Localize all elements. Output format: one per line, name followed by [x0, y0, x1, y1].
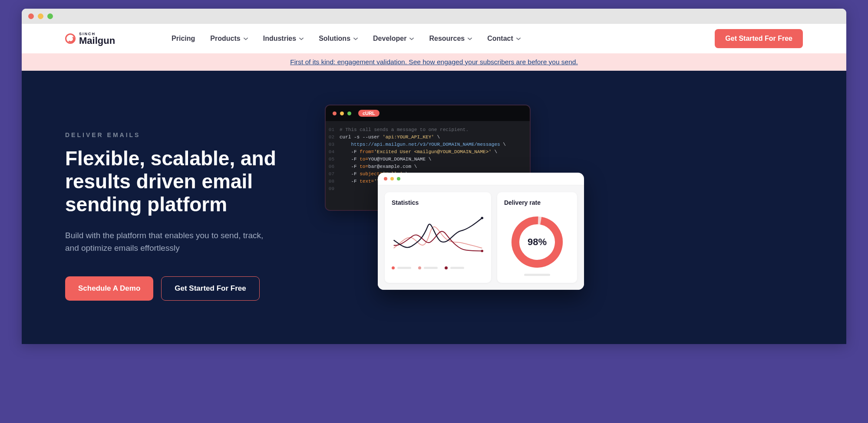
legend-dot-icon [445, 266, 448, 269]
hero-subtext: Build with the platform that enables you… [65, 229, 274, 255]
nav-cta-button[interactable]: Get Started For Free [715, 29, 803, 48]
code-text: -F to=bar@example.com \ [340, 163, 417, 171]
code-line: 05 -F to=YOU@YOUR_DOMAIN_NAME \ [326, 156, 530, 163]
code-line: 02curl -s --user 'api:YOUR_API_KEY' \ [326, 134, 530, 141]
nav-item-pricing[interactable]: Pricing [172, 35, 195, 43]
nav-item-label: Pricing [172, 35, 195, 43]
hero-graphic: cURL 01# This call sends a message to on… [326, 131, 803, 301]
code-text: https://api.mailgun.net/v3/YOUR_DOMAIN_N… [340, 141, 506, 148]
line-number: 05 [326, 156, 340, 163]
legend-bar [397, 267, 411, 269]
line-number: 03 [326, 141, 340, 148]
card-title: Delivery rate [504, 199, 541, 206]
nav-item-label: Contact [487, 35, 513, 43]
code-text: -F from='Excited User <mailgun@YOUR_DOMA… [340, 148, 497, 156]
nav-item-label: Industries [263, 35, 296, 43]
nav-item-label: Resources [429, 35, 465, 43]
stats-window: Statistics D [378, 173, 584, 290]
minimize-icon[interactable] [38, 13, 43, 19]
get-started-button[interactable]: Get Started For Free [161, 276, 259, 301]
nav-item-developer[interactable]: Developer [373, 35, 414, 43]
nav-item-solutions[interactable]: Solutions [319, 35, 358, 43]
donut-chart: 98% [509, 214, 565, 270]
card-title: Statistics [392, 199, 484, 206]
chevron-down-icon [299, 36, 304, 41]
code-text: curl -s --user 'api:YOUR_API_KEY' \ [340, 134, 440, 141]
chevron-down-icon [244, 36, 248, 41]
delivery-rate-card: Delivery rate 98% [497, 192, 577, 283]
line-number: 09 [326, 185, 340, 193]
hero-section: DELIVER EMAILS Flexible, scalable, and r… [22, 71, 846, 344]
nav-links: PricingProductsIndustriesSolutionsDevelo… [172, 35, 715, 43]
legend-dot-icon [392, 266, 395, 269]
line-number: 08 [326, 178, 340, 185]
dot-icon [333, 111, 337, 115]
hero-eyebrow: DELIVER EMAILS [65, 131, 308, 138]
line-number: 02 [326, 134, 340, 141]
close-icon[interactable] [28, 13, 34, 19]
line-number: 07 [326, 171, 340, 178]
legend-bar [450, 267, 464, 269]
schedule-demo-button[interactable]: Schedule A Demo [65, 276, 153, 301]
nav-item-contact[interactable]: Contact [487, 35, 521, 43]
stats-titlebar [378, 173, 584, 185]
announcement-banner: First of its kind: engagement validation… [22, 53, 846, 71]
legend-dot-icon [418, 266, 421, 269]
chevron-down-icon [409, 36, 414, 41]
chevron-down-icon [516, 36, 521, 41]
nav-item-industries[interactable]: Industries [263, 35, 304, 43]
code-tab-curl[interactable]: cURL [358, 110, 380, 117]
announcement-link[interactable]: First of its kind: engagement validation… [290, 58, 578, 66]
code-line: 04 -F from='Excited User <mailgun@YOUR_D… [326, 148, 530, 156]
maximize-icon[interactable] [47, 13, 53, 19]
code-text: # This call sends a message to one recip… [340, 126, 469, 134]
chevron-down-icon [353, 36, 358, 41]
code-line: 01# This call sends a message to one rec… [326, 126, 530, 134]
chevron-down-icon [468, 36, 472, 41]
browser-window: SINCH Mailgun PricingProductsIndustriesS… [22, 9, 846, 344]
nav-item-resources[interactable]: Resources [429, 35, 472, 43]
chart-legend [392, 266, 484, 269]
code-line: 03 https://api.mailgun.net/v3/YOUR_DOMAI… [326, 141, 530, 148]
nav-item-label: Products [210, 35, 240, 43]
dot-icon [340, 111, 344, 115]
hero-buttons: Schedule A Demo Get Started For Free [65, 276, 308, 301]
legend-bar [424, 267, 438, 269]
logo[interactable]: SINCH Mailgun [65, 32, 115, 46]
line-number: 06 [326, 163, 340, 171]
window-titlebar [22, 9, 846, 24]
line-number: 01 [326, 126, 340, 134]
dot-icon [347, 111, 351, 115]
dot-icon [384, 177, 387, 180]
code-line: 06 -F to=bar@example.com \ [326, 163, 530, 171]
nav-item-products[interactable]: Products [210, 35, 248, 43]
dot-icon [390, 177, 394, 180]
nav-item-label: Solutions [319, 35, 350, 43]
placeholder-bar [524, 274, 550, 276]
code-titlebar: cURL [326, 105, 530, 121]
statistics-card: Statistics [385, 192, 491, 283]
legend-item [418, 266, 438, 269]
nav-item-label: Developer [373, 35, 406, 43]
stats-body: Statistics D [378, 185, 584, 290]
dot-icon [397, 177, 400, 180]
main-nav: SINCH Mailgun PricingProductsIndustriesS… [22, 24, 846, 53]
line-number: 04 [326, 148, 340, 156]
svg-point-0 [481, 217, 484, 220]
svg-point-1 [481, 250, 484, 252]
legend-item [392, 266, 411, 269]
logo-maintext: Mailgun [79, 36, 115, 46]
delivery-rate-value: 98% [528, 236, 547, 248]
hero-content: DELIVER EMAILS Flexible, scalable, and r… [65, 131, 308, 301]
logo-icon [65, 33, 76, 44]
line-chart [392, 212, 484, 262]
code-text: -F to=YOU@YOUR_DOMAIN_NAME \ [340, 156, 431, 163]
hero-headline: Flexible, scalable, and results driven e… [65, 147, 308, 216]
legend-item [445, 266, 464, 269]
